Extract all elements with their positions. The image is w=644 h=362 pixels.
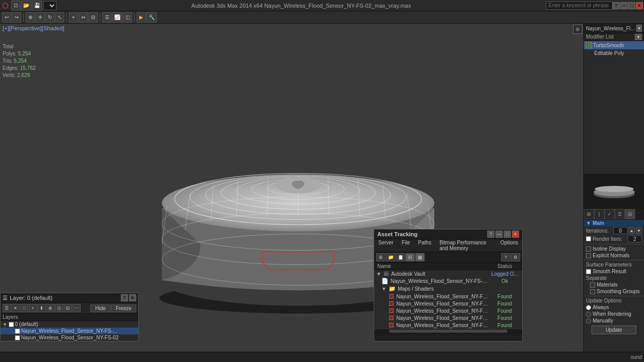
layers-close-btn[interactable]: ✕ bbox=[129, 294, 136, 301]
isoline-checkbox[interactable] bbox=[586, 246, 591, 252]
asset-tb-btn-2[interactable]: 📁 bbox=[386, 253, 395, 261]
curve-editor-btn[interactable]: 📈 bbox=[112, 12, 122, 23]
asset-minimize-btn[interactable]: — bbox=[495, 231, 503, 238]
layer-btn[interactable]: ☰ bbox=[102, 12, 112, 23]
layer-item-default[interactable]: ▼ 0 (default) bbox=[1, 321, 138, 328]
asset-item-maps[interactable]: ▼ 📁 Maps / Shaders bbox=[374, 285, 522, 293]
manually-radio[interactable] bbox=[586, 318, 591, 323]
rp-dropdown-btn[interactable]: ▼ bbox=[636, 25, 642, 32]
modifier-editpoly[interactable]: Editable Poly bbox=[584, 49, 644, 57]
asset-scrollbar[interactable] bbox=[374, 329, 522, 333]
render-iters-input[interactable] bbox=[628, 235, 642, 242]
asset-item-reflect[interactable]: 🖼 Nayun_Wireless_Flood_Sensor_NY-FS-02_R… bbox=[374, 321, 522, 329]
modifier-turbosmooth[interactable]: ☷ TurboSmooth bbox=[584, 41, 644, 49]
snap-btn[interactable]: ⌖ bbox=[69, 12, 78, 23]
modifier-turbosmooth-name: TurboSmooth bbox=[593, 43, 624, 48]
minimize-btn[interactable]: — bbox=[620, 2, 628, 9]
workspace-dropdown[interactable]: Workspace: Default bbox=[43, 1, 57, 10]
manually-row: Manually bbox=[584, 317, 644, 324]
modifier-list-dropdown[interactable]: ▼ bbox=[635, 34, 642, 40]
layer-item-selected[interactable]: Nayun_Wireless_Flood_Sensor_NY-FS-... bbox=[1, 328, 138, 334]
select-btn[interactable]: ⊕ bbox=[26, 12, 35, 23]
search-input[interactable] bbox=[546, 2, 613, 10]
scale-btn[interactable]: ⤡ bbox=[55, 12, 64, 23]
asset-panel-header: Asset Tracking ? — □ ✕ bbox=[374, 230, 522, 239]
asset-tb-btn-3[interactable]: 📋 bbox=[396, 253, 405, 261]
smoothing-groups-checkbox[interactable] bbox=[590, 289, 595, 294]
rp-tab-3[interactable]: ✓ bbox=[604, 209, 615, 219]
mirror-btn[interactable]: ⇔ bbox=[79, 12, 88, 23]
layer-toolbar-btn-8[interactable]: ⊟ bbox=[64, 304, 72, 312]
rp-tab-2[interactable]: | bbox=[594, 209, 604, 219]
asset-tb-btn-5[interactable]: ▦ bbox=[415, 253, 425, 261]
asset-item-normal[interactable]: 🖼 Nayun_Wireless_Flood_Sensor_NY-FS-02_N… bbox=[374, 314, 522, 321]
layers-freeze-btn[interactable]: Freeze bbox=[111, 304, 136, 312]
smooth-result-checkbox[interactable] bbox=[586, 269, 591, 274]
asset-tb-btn-1[interactable]: ⊞ bbox=[376, 253, 385, 261]
always-radio[interactable] bbox=[586, 305, 591, 310]
move-btn[interactable]: ✛ bbox=[35, 12, 45, 23]
asset-item-maxfile[interactable]: 📄 Nayun_Wireless_Flood_Sensor_NY-FS-02_m… bbox=[374, 277, 522, 285]
asset-normal-icon: 🖼 bbox=[389, 315, 394, 321]
asset-close-btn[interactable]: ✕ bbox=[512, 231, 519, 238]
layer-expand-icon: ▼ bbox=[3, 322, 8, 327]
asset-help-btn[interactable]: ? bbox=[487, 231, 494, 238]
layer-item-normal[interactable]: Nayun_Wireless_Flood_Sensor_NY-FS-02 bbox=[1, 334, 138, 341]
asset-vault-icon: 🏛 bbox=[383, 271, 389, 277]
maximize-btn[interactable]: □ bbox=[628, 2, 635, 9]
asset-menu-bitmap[interactable]: Bitmap Performance and Memory bbox=[435, 239, 496, 252]
render-iters-row: Render Iters: bbox=[584, 235, 644, 243]
undo-btn[interactable]: ↩ bbox=[2, 12, 11, 23]
asset-tb-settings-btn[interactable]: ⚙ bbox=[511, 253, 520, 261]
asset-menu-file[interactable]: File bbox=[397, 239, 414, 252]
rotate-btn[interactable]: ↻ bbox=[45, 12, 54, 23]
layer-toolbar-btn-6[interactable]: ⊕ bbox=[46, 304, 54, 312]
iterations-label: Iterations: bbox=[586, 228, 612, 234]
render-iters-checkbox[interactable] bbox=[586, 236, 591, 241]
help-btn[interactable]: ? bbox=[613, 2, 620, 9]
asset-gloss-icon: 🖼 bbox=[389, 308, 394, 314]
asset-item-diffuse[interactable]: 🖼 Nayun_Wireless_Flood_Sensor_NY-FS-02_D… bbox=[374, 293, 522, 300]
layer-toolbar-btn-2[interactable]: ✕ bbox=[11, 304, 20, 312]
iterations-down[interactable]: ▼ bbox=[636, 227, 642, 234]
asset-tb-help-btn[interactable]: ? bbox=[501, 253, 510, 261]
save-btn[interactable]: 💾 bbox=[32, 1, 42, 11]
layer-toolbar-btn-9[interactable]: ⋯ bbox=[72, 304, 81, 312]
viewport-area[interactable]: [+][Perspective][Shaded] Total Polys: 5,… bbox=[0, 24, 583, 352]
layers-header: ☰ Layer: 0 (default) ? ✕ bbox=[1, 293, 138, 303]
asset-item-fresnel[interactable]: 🖼 Nayun_Wireless_Flood_Sensor_NY-FS-02_F… bbox=[374, 300, 522, 307]
rp-tab-1[interactable]: ⊞ bbox=[584, 209, 594, 219]
asset-menu-paths[interactable]: Paths bbox=[414, 239, 436, 252]
layer-toolbar-btn-4[interactable]: + bbox=[29, 304, 37, 312]
iterations-up[interactable]: ▲ bbox=[629, 227, 635, 234]
explicit-normals-checkbox[interactable] bbox=[586, 253, 591, 258]
schematic-btn[interactable]: ◫ bbox=[123, 12, 132, 23]
render-setup-btn[interactable]: 🔧 bbox=[146, 12, 157, 23]
asset-maximize-btn[interactable]: □ bbox=[504, 231, 511, 238]
asset-maps-icon: 📁 bbox=[389, 285, 396, 292]
new-btn[interactable]: 🗋 bbox=[11, 1, 21, 11]
redo-btn[interactable]: ↪ bbox=[12, 12, 21, 23]
asset-item-gloss[interactable]: 🖼 Nayun_Wireless_Flood_Sensor_NY-FS-02_G… bbox=[374, 307, 522, 314]
iterations-input[interactable] bbox=[613, 227, 628, 234]
close-btn[interactable]: ✕ bbox=[636, 2, 643, 9]
layer-toolbar-btn-5[interactable]: ⬇ bbox=[38, 304, 46, 312]
asset-menu-options[interactable]: Options bbox=[496, 239, 522, 252]
update-button[interactable]: Update bbox=[592, 326, 636, 334]
vp-maximize-btn[interactable]: ⊞ bbox=[573, 25, 582, 34]
rp-tab-4[interactable]: ☰ bbox=[615, 209, 625, 219]
rp-tab-5[interactable]: ⊟ bbox=[625, 209, 635, 219]
render-btn[interactable]: ▶ bbox=[137, 12, 146, 23]
layers-help-btn[interactable]: ? bbox=[121, 294, 128, 301]
layer-toolbar-btn-1[interactable]: ☰ bbox=[3, 304, 11, 312]
asset-tb-btn-4[interactable]: ⊟ bbox=[406, 253, 415, 261]
asset-item-vault[interactable]: ▼ 🏛 Autodesk Vault Logged O... bbox=[374, 270, 522, 277]
layer-toolbar-btn-7[interactable]: ◷ bbox=[55, 304, 63, 312]
layers-hide-btn[interactable]: Hide bbox=[90, 304, 111, 312]
layer-toolbar-btn-3[interactable]: □ bbox=[20, 304, 28, 312]
open-btn[interactable]: 📂 bbox=[21, 1, 31, 11]
align-btn[interactable]: ⊟ bbox=[88, 12, 98, 23]
when-rendering-radio[interactable] bbox=[586, 312, 591, 317]
asset-menu-server[interactable]: Server bbox=[374, 239, 397, 252]
materials-checkbox[interactable] bbox=[590, 282, 595, 288]
